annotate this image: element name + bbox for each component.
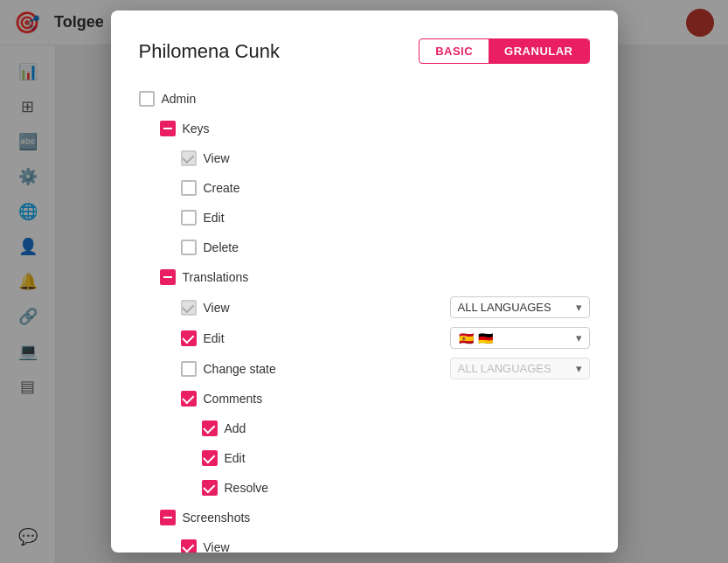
perm-comments-resolve-label: Resolve: [225, 481, 269, 495]
perm-screenshots-view-checkbox[interactable]: [181, 539, 197, 553]
perm-screenshots-view-row: View: [139, 533, 590, 553]
dialog-title: Philomena Cunk: [139, 40, 280, 63]
tab-granular[interactable]: GRANULAR: [489, 39, 588, 63]
perm-keys-edit-checkbox[interactable]: [181, 210, 197, 226]
translations-view-lang-arrow: ▾: [576, 301, 582, 314]
perm-translations-edit-row: Edit 🇪🇸 🇩🇪 ▾: [139, 323, 590, 352]
perm-keys-label: Keys: [183, 122, 210, 136]
perm-keys-checkbox[interactable]: [160, 121, 176, 136]
perm-comments-resolve-row: Resolve: [139, 474, 590, 502]
perm-keys-delete-label: Delete: [204, 240, 239, 254]
perm-translations-view-label: View: [204, 301, 230, 315]
perm-translations-changestate-checkbox[interactable]: [181, 361, 197, 377]
perm-screenshots-label: Screenshots: [183, 511, 251, 525]
permission-tree: Admin Keys View Create Edit: [139, 85, 590, 553]
perm-keys-edit-label: Edit: [204, 211, 225, 225]
perm-keys-edit-row: Edit: [139, 204, 590, 232]
perm-keys-delete-checkbox[interactable]: [181, 240, 197, 255]
perm-comments-resolve-checkbox[interactable]: [202, 480, 218, 496]
tab-group: BASIC GRANULAR: [419, 38, 589, 64]
perm-keys-row: Keys: [139, 115, 590, 142]
perm-translations-view-row: View ALL LANGUAGES ▾: [139, 293, 590, 322]
translations-changestate-lang-text: ALL LANGUAGES: [458, 362, 551, 375]
translations-edit-lang-arrow: ▾: [576, 331, 582, 344]
perm-translations-changestate-row: Change state ALL LANGUAGES ▾: [139, 354, 590, 383]
perm-keys-create-checkbox[interactable]: [181, 180, 197, 196]
perm-admin-checkbox[interactable]: [139, 91, 155, 107]
perm-keys-delete-row: Delete: [139, 233, 590, 261]
perm-keys-view-checkbox[interactable]: [181, 150, 197, 166]
permissions-dialog: Philomena Cunk BASIC GRANULAR Admin Keys…: [111, 10, 618, 553]
translations-view-lang-text: ALL LANGUAGES: [458, 301, 551, 314]
perm-keys-view-label: View: [204, 151, 230, 165]
perm-comments-checkbox[interactable]: [181, 391, 197, 407]
perm-translations-changestate-label: Change state: [204, 362, 276, 376]
perm-screenshots-view-label: View: [204, 540, 230, 553]
tab-basic[interactable]: BASIC: [419, 39, 489, 63]
perm-comments-add-checkbox[interactable]: [202, 421, 218, 436]
perm-comments-edit-label: Edit: [225, 451, 246, 465]
perm-translations-row: Translations: [139, 263, 590, 291]
perm-translations-checkbox[interactable]: [160, 269, 176, 285]
dialog-header: Philomena Cunk BASIC GRANULAR: [139, 38, 590, 64]
perm-keys-create-row: Create: [139, 174, 590, 202]
perm-comments-edit-checkbox[interactable]: [202, 450, 218, 466]
translations-edit-flags: 🇪🇸 🇩🇪: [458, 332, 495, 344]
perm-translations-edit-label: Edit: [204, 331, 225, 345]
perm-keys-view-row: View: [139, 144, 590, 172]
perm-keys-create-label: Create: [204, 181, 240, 195]
perm-translations-edit-checkbox[interactable]: [181, 330, 197, 346]
perm-screenshots-checkbox[interactable]: [160, 510, 176, 525]
perm-comments-add-label: Add: [225, 421, 246, 435]
perm-comments-edit-row: Edit: [139, 444, 590, 472]
perm-translations-view-checkbox[interactable]: [181, 300, 197, 316]
translations-changestate-lang-dropdown[interactable]: ALL LANGUAGES ▾: [450, 358, 590, 379]
perm-admin-row: Admin: [139, 85, 590, 113]
perm-translations-label: Translations: [183, 270, 249, 284]
flag-es: 🇪🇸: [458, 332, 475, 344]
perm-comments-row: Comments: [139, 385, 590, 413]
translations-view-lang-dropdown[interactable]: ALL LANGUAGES ▾: [450, 296, 590, 318]
perm-comments-add-row: Add: [139, 414, 590, 442]
modal-overlay: Philomena Cunk BASIC GRANULAR Admin Keys…: [0, 0, 728, 563]
translations-edit-lang-dropdown[interactable]: 🇪🇸 🇩🇪 ▾: [450, 327, 590, 349]
translations-changestate-lang-arrow: ▾: [576, 362, 582, 375]
perm-admin-label: Admin: [162, 92, 197, 106]
flag-de: 🇩🇪: [477, 332, 495, 344]
perm-comments-label: Comments: [204, 392, 263, 406]
perm-screenshots-row: Screenshots: [139, 504, 590, 532]
